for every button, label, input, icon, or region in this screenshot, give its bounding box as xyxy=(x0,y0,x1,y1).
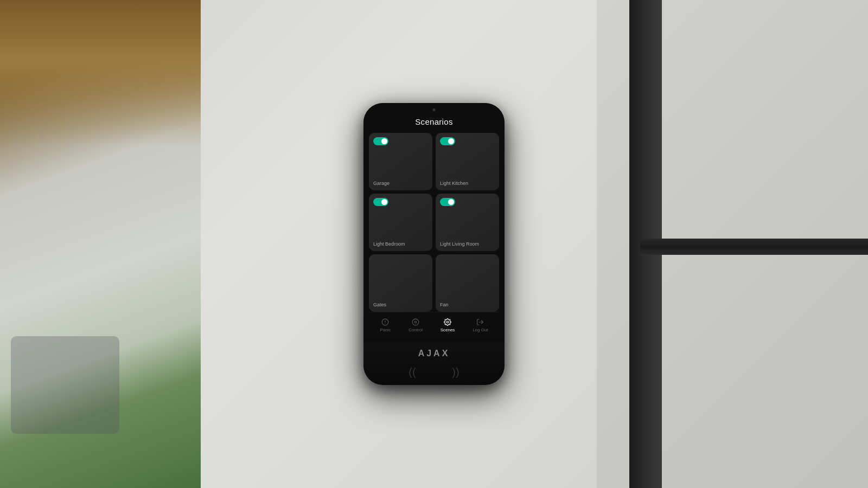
nav-label-scenes: Scenes xyxy=(441,328,455,332)
scenario-name-fan: Fan xyxy=(440,302,495,307)
scenario-name-gates: Gates xyxy=(373,302,428,307)
background-left xyxy=(0,0,201,488)
toggle-knob-light-living-room xyxy=(448,199,454,205)
nav-item-control[interactable]: Control xyxy=(405,317,426,333)
svg-point-3 xyxy=(412,319,419,325)
scenario-card-garage[interactable]: Garage xyxy=(369,133,432,190)
nav-label-panic: Panic xyxy=(380,328,391,332)
scenario-card-light-bedroom[interactable]: Light Bedroom xyxy=(369,194,432,251)
scenario-grid: Garage Light Kitchen xyxy=(369,133,499,312)
bottom-nav: Panic Control xyxy=(369,312,499,337)
screen-title: Scenarios xyxy=(369,117,499,126)
device-bottom-branding: AJAX (( )) xyxy=(363,342,505,385)
camera-dot xyxy=(433,108,436,111)
scenario-card-light-kitchen[interactable]: Light Kitchen xyxy=(436,133,499,190)
scenario-card-fan[interactable]: Fan xyxy=(436,254,499,312)
toggle-light-living-room[interactable] xyxy=(440,198,455,206)
toggle-knob-light-bedroom xyxy=(381,199,387,205)
svg-point-5 xyxy=(446,321,449,323)
door-handle-bar xyxy=(640,239,868,255)
scenario-name-garage: Garage xyxy=(373,181,428,186)
nav-item-panic[interactable]: Panic xyxy=(376,317,394,333)
alert-circle-icon xyxy=(381,318,390,326)
toggle-garage[interactable] xyxy=(373,137,388,145)
nfc-area: (( )) xyxy=(391,364,477,381)
nfc-right-icon: )) xyxy=(452,366,459,378)
scenario-name-light-bedroom: Light Bedroom xyxy=(373,241,428,247)
toggle-area-garage xyxy=(373,137,428,145)
ajax-logo: AJAX xyxy=(418,349,450,358)
toggle-knob-garage xyxy=(381,138,387,144)
circle-dot-icon xyxy=(411,318,420,326)
nfc-left-icon: (( xyxy=(409,366,416,378)
toggle-area-light-bedroom xyxy=(373,198,428,206)
logout-icon xyxy=(476,318,484,326)
toggle-knob-light-kitchen xyxy=(448,138,454,144)
device-body: Scenarios Garage xyxy=(363,103,505,385)
nav-item-scenes[interactable]: Scenes xyxy=(437,317,458,333)
ajax-device: Scenarios Garage xyxy=(363,103,505,385)
toggle-light-kitchen[interactable] xyxy=(440,137,455,145)
nav-item-logout[interactable]: Log Out xyxy=(469,317,491,333)
svg-point-4 xyxy=(414,321,417,323)
toggle-area-light-living-room xyxy=(440,198,495,206)
scenario-name-light-kitchen: Light Kitchen xyxy=(440,181,495,186)
car-silhouette xyxy=(11,336,119,434)
scenario-card-light-living-room[interactable]: Light Living Room xyxy=(436,194,499,251)
scenario-name-light-living-room: Light Living Room xyxy=(440,241,495,247)
scenario-card-gates[interactable]: Gates xyxy=(369,254,432,312)
gear-icon xyxy=(443,318,452,326)
toggle-light-bedroom[interactable] xyxy=(373,198,388,206)
nav-label-control: Control xyxy=(409,328,423,332)
nav-label-logout: Log Out xyxy=(473,328,488,332)
toggle-area-light-kitchen xyxy=(440,137,495,145)
device-screen: Scenarios Garage xyxy=(363,103,505,342)
